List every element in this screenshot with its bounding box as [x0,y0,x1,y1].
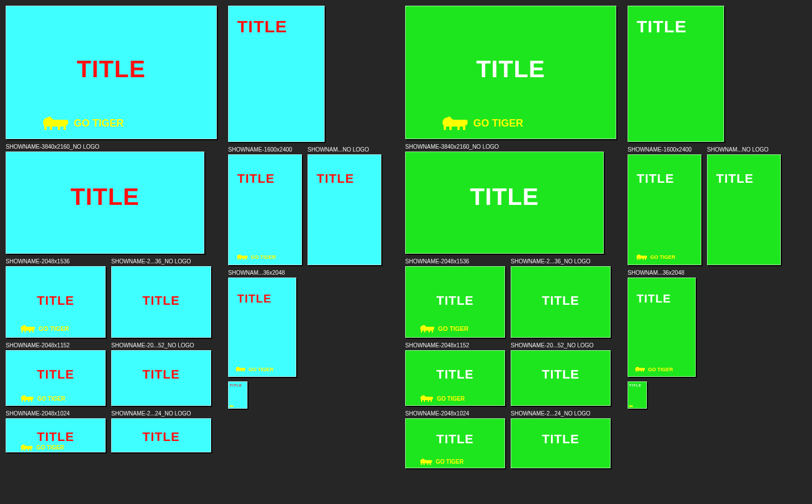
tiger-icon [19,324,36,334]
tagline-text: GO TIGER [648,367,673,372]
logo-tagline: GO TIGER [419,457,464,466]
thumbnail-image: TITLE GO TIGER [228,278,296,377]
thumbnail-item[interactable]: SHOWNAME-3840x2160_NO LOGO TITLE [6,144,221,254]
logo-tagline [229,405,234,408]
thumbnail-image: TITLE GO TIGER [405,350,505,406]
thumbnail-label: SHOWNAME-2048x1152 [405,342,505,348]
thumbnail-item[interactable]: SHOWNAME-2...36_NO LOGO TITLE [111,258,211,338]
tagline-text: GO TIGER [438,325,469,332]
thumbnail-image: TITLE [308,154,381,265]
title-overlay: TITLE [111,367,211,382]
logo-tagline: GO TIGER [634,366,673,373]
thumbnail-label: SHOWNAME-20...52_NO LOGO [511,342,611,348]
logo-tagline [629,405,633,408]
title-overlay: TITLE [317,171,354,186]
thumbnail-label: SHOWNAM...NO LOGO [308,146,376,153]
thumbnail-image: TITLE [228,381,247,409]
tagline-text: GO TIGER [249,367,274,372]
logo-tagline: GO TIGER [439,114,523,132]
thumbnail-item[interactable]: SHOWNAME-2...36_NO LOGO TITLE [511,258,611,338]
thumbnail-item[interactable]: TITLE [228,381,398,409]
title-overlay: TITLE [716,171,754,186]
thumbnail-item[interactable]: SHOWNAME-2...24_NO LOGO TITLE [511,410,611,468]
thumbnail-item[interactable]: TITLE [228,6,398,142]
title-overlay: TITLE [629,384,642,387]
thumbnail-item[interactable]: SHOWNAM...36x2048 TITLE GO TIGER [628,270,798,377]
thumbnail-image: TITLE GO TIGER [6,418,106,452]
thumbnail-item[interactable]: SHOWNAME-1600x2400 TITLE GO TIGER [628,146,701,265]
cyan-column-a: TITLE GO TIGER SHOWNAME-3840x2160_NO LOG… [6,6,221,452]
title-overlay: TITLE [237,171,275,186]
thumbnail-item[interactable]: SHOWNAME-1600x2400 TITLE GO TIGER [228,146,302,265]
logo-tagline: GO TIGER [40,114,124,132]
thumbnail-item[interactable]: SHOWNAME-2048x1152 TITLE GO TIGER [405,342,505,406]
tiger-icon [439,114,471,132]
logo-tagline: GO TIGER [19,443,64,452]
thumbnail-item[interactable]: TITLE [628,381,798,409]
thumbnail-image: TITLE [111,418,211,452]
tagline-text: GO TIGER [650,254,675,260]
thumbnail-item[interactable]: SHOWNAME-2...24_NO LOGO TITLE [111,410,211,452]
thumbnail-image: TITLE [405,152,604,254]
title-overlay: TITLE [511,367,611,382]
variant-group-green: TITLE GO TIGER SHOWNAME-3840x2160_NO LOG… [405,6,798,468]
thumbnail-image: TITLE [628,381,647,409]
title-overlay: TITLE [111,293,211,308]
thumbnail-item[interactable]: TITLE GO TIGER [6,6,221,139]
asset-gallery: TITLE GO TIGER SHOWNAME-3840x2160_NO LOG… [6,6,806,468]
tagline-text: GO TIGER [437,396,465,402]
thumbnail-image: TITLE GO TIGER [6,266,106,338]
thumbnail-image: TITLE GO TIGER [228,154,302,265]
thumbnail-image: TITLE GO TIGER [628,154,701,265]
thumbnail-label: SHOWNAME-2048x1024 [6,410,106,417]
thumbnail-image: TITLE GO TIGER [628,278,696,377]
thumbnail-label: SHOWNAME-1600x2400 [628,146,701,153]
thumbnail-item[interactable]: SHOWNAME-20...52_NO LOGO TITLE [111,342,211,406]
tagline-text: GO TIGER [36,444,64,451]
logo-tagline: GO TIGER [19,324,69,334]
thumbnail-item[interactable]: SHOWNAME-2048x1152 TITLE GO TIGER [6,342,106,406]
thumbnail-item[interactable]: SHOWNAME-20...52_NO LOGO TITLE [511,342,611,406]
tiger-icon [236,253,249,261]
logo-tagline: GO TIGER [636,253,675,261]
title-overlay: TITLE [405,367,505,382]
logo-tagline: GO TIGER [235,366,274,373]
tiger-icon [634,366,646,373]
title-overlay: TITLE [637,171,674,186]
tiger-icon [419,324,436,334]
tiger-icon [629,405,633,408]
tiger-icon [19,394,35,403]
variant-group-cyan: TITLE GO TIGER SHOWNAME-3840x2160_NO LOG… [6,6,398,452]
thumbnail-item[interactable]: SHOWNAME-3840x2160_NO LOGO TITLE [405,144,621,254]
thumbnail-item[interactable]: SHOWNAME-2048x1024 TITLE GO TIGER [6,410,106,452]
thumbnail-image: TITLE GO TIGER [405,6,616,139]
tiger-icon [235,366,246,373]
thumbnail-item[interactable]: SHOWNAM...NO LOGO TITLE [707,146,781,265]
thumbnail-label: SHOWNAME-2...36_NO LOGO [111,258,211,264]
green-column-a: TITLE GO TIGER SHOWNAME-3840x2160_NO LOG… [405,6,621,468]
thumbnail-item[interactable]: TITLE [628,6,798,142]
thumbnail-item[interactable]: SHOWNAME-2048x1536 TITLE GO TIGER [405,258,505,338]
title-overlay: TITLE [6,293,106,308]
thumbnail-item[interactable]: SHOWNAME-2048x1024 TITLE GO TIGER [405,410,505,468]
tagline-text: GO TIGER [251,254,276,260]
thumbnail-image: TITLE [228,6,325,142]
tagline-text: GO TIGER [74,117,124,129]
tagline-text: GO TIGER [37,396,65,402]
thumbnail-item[interactable]: SHOWNAM...36x2048 TITLE GO TIGER [228,270,398,377]
thumbnail-image: TITLE [511,350,611,406]
tagline-text: GO TIGER [39,325,69,332]
thumbnail-label: SHOWNAM...36x2048 [628,270,696,276]
title-overlay: TITLE [237,17,287,36]
tiger-icon [229,405,234,408]
title-overlay: TITLE [230,384,242,387]
thumbnail-label: SHOWNAME-2048x1536 [6,258,106,264]
title-overlay: TITLE [6,56,217,83]
thumbnail-image: TITLE GO TIGER [405,266,505,338]
thumbnail-image: TITLE [511,418,611,468]
thumbnail-item[interactable]: SHOWNAME-2048x1536 TITLE GO TIGER [6,258,106,338]
thumbnail-item[interactable]: SHOWNAM...NO LOGO TITLE [308,146,381,265]
tagline-text: GO TIGER [436,459,464,465]
thumbnail-item[interactable]: TITLE GO TIGER [405,6,621,139]
logo-tagline: GO TIGER [419,324,469,334]
